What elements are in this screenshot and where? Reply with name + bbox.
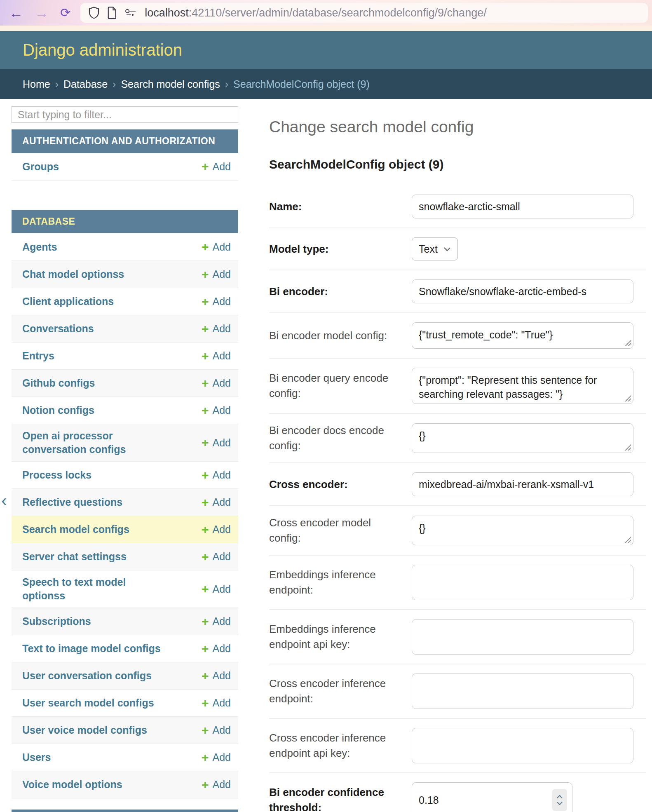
sidebar-row: Server chat settingss + Add: [12, 543, 238, 570]
plus-icon: +: [202, 160, 209, 173]
breadcrumb-link-database[interactable]: Database: [63, 78, 108, 90]
add-link-search-model-configs[interactable]: + Add: [202, 523, 231, 536]
sidebar-collapse-toggle[interactable]: ‹: [0, 491, 8, 509]
bi-encoder-model-config-input[interactable]: {"trust_remote_code": "True"}: [412, 322, 633, 349]
sidebar-item-github-configs[interactable]: Github configs: [22, 376, 95, 390]
sidebar-item-voice-model-options[interactable]: Voice model options: [22, 778, 122, 791]
add-link-users[interactable]: + Add: [202, 751, 231, 764]
add-link-text-to-image-model-configs[interactable]: + Add: [202, 643, 231, 655]
sidebar-item-server-chat-settingss[interactable]: Server chat settingss: [22, 550, 127, 563]
breadcrumb-link-search-model-configs[interactable]: Search model configs: [121, 78, 220, 90]
cross-encoder-inference-endpoint-api-key-input[interactable]: [412, 728, 633, 763]
cross-encoder-model-config-input[interactable]: {}: [412, 516, 633, 545]
browser-address-bar[interactable]: localhost:42110/server/admin/database/se…: [80, 3, 648, 23]
sidebar-item-entrys[interactable]: Entrys: [22, 349, 54, 363]
sidebar-item-conversations[interactable]: Conversations: [22, 322, 94, 336]
bi-encoder-confidence-threshold-input[interactable]: 0.18: [412, 782, 572, 812]
add-link-user-voice-model-configs[interactable]: + Add: [202, 724, 231, 737]
sidebar-item-groups[interactable]: Groups: [22, 160, 59, 174]
plus-icon: +: [202, 404, 209, 417]
resize-handle-icon[interactable]: [624, 536, 631, 543]
window-edge-strip: [0, 26, 652, 31]
add-link-github-configs[interactable]: + Add: [202, 377, 231, 390]
sidebar-row: Process locks + Add: [12, 461, 238, 488]
object-title: SearchModelConfig object (9): [269, 157, 646, 171]
embeddings-inference-endpoint-api-key-input[interactable]: [412, 619, 633, 655]
page-info-icon[interactable]: [107, 6, 117, 19]
model-type-select[interactable]: Text: [412, 237, 458, 260]
sidebar-section-caption[interactable]: AUTHENTICATION AND AUTHORIZATION: [12, 129, 238, 153]
sidebar-row: Voice model options + Add: [12, 771, 238, 798]
number-stepper[interactable]: [552, 789, 567, 811]
add-link-notion-configs[interactable]: + Add: [202, 404, 231, 417]
sidebar-item-reflective-questions[interactable]: Reflective questions: [22, 495, 122, 509]
field-label-cross-encoder-inference-endpoint-api-key: Cross encoder inference endpoint api key…: [269, 730, 405, 761]
cross-encoder-inference-endpoint-input[interactable]: [412, 674, 633, 709]
plus-icon: +: [202, 350, 209, 362]
breadcrumb-bar: Home›Database›Search model configs›Searc…: [0, 69, 652, 99]
site-permissions-icon[interactable]: [124, 8, 138, 18]
add-link-groups[interactable]: + Add: [202, 160, 231, 173]
breadcrumb-separator: ›: [113, 78, 116, 90]
add-link-chat-model-optionss[interactable]: + Add: [202, 268, 231, 281]
breadcrumb-link-home[interactable]: Home: [23, 78, 50, 90]
site-header: Django administration: [0, 31, 652, 69]
plus-icon: +: [202, 643, 209, 655]
sidebar-row: Search model configs + Add: [12, 516, 238, 543]
add-link-client-applications[interactable]: + Add: [202, 296, 231, 308]
add-link-speech-to-text-model-optionss[interactable]: + Add: [202, 583, 231, 595]
sidebar-item-user-conversation-configs[interactable]: User conversation configs: [22, 669, 152, 683]
bi-encoder-input[interactable]: Snowflake/snowflake-arctic-embed-s: [412, 279, 633, 303]
add-link-reflective-questions[interactable]: + Add: [202, 496, 231, 509]
sidebar-section-caption[interactable]: DATABASE: [12, 210, 238, 233]
resize-handle-icon[interactable]: [624, 444, 631, 451]
browser-forward-button[interactable]: →: [29, 6, 54, 20]
field-label-bi-encoder-docs-encode-config: Bi encoder docs encode config:: [269, 423, 405, 453]
add-link-process-locks[interactable]: + Add: [202, 469, 231, 481]
sidebar-item-user-search-model-configs[interactable]: User search model configs: [22, 696, 154, 710]
name-input[interactable]: snowflake-arctic-small: [412, 195, 633, 218]
sidebar-item-agents[interactable]: Agents: [22, 240, 57, 254]
browser-back-button[interactable]: ←: [3, 6, 29, 20]
add-link-voice-model-options[interactable]: + Add: [202, 779, 231, 791]
sidebar-item-notion-configs[interactable]: Notion configs: [22, 404, 94, 417]
site-title[interactable]: Django administration: [23, 41, 182, 59]
form-row: Bi encoder confidence threshold: 0.18: [269, 773, 646, 812]
bi-encoder-query-encode-config-input[interactable]: {"prompt": "Represent this sentence for …: [412, 368, 633, 404]
browser-refresh-button[interactable]: ⟳: [54, 7, 76, 19]
sidebar-section: DATABASE Agents + Add Chat model options…: [12, 210, 238, 812]
cross-encoder-input[interactable]: mixedbread-ai/mxbai-rerank-xsmall-v1: [412, 472, 633, 496]
sidebar-item-subscriptions[interactable]: Subscriptions: [22, 615, 91, 628]
sidebar-item-open-ai-processor-conversation-configs[interactable]: Open ai processor conversation configs: [22, 429, 171, 456]
add-link-user-search-model-configs[interactable]: + Add: [202, 697, 231, 709]
add-link-subscriptions[interactable]: + Add: [202, 615, 231, 628]
add-link-entrys[interactable]: + Add: [202, 350, 231, 362]
sidebar-item-users[interactable]: Users: [22, 751, 51, 764]
sidebar-item-chat-model-optionss[interactable]: Chat model optionss: [22, 268, 124, 281]
plus-icon: +: [202, 724, 209, 737]
add-link-agents[interactable]: + Add: [202, 241, 231, 253]
field-label-cross-encoder: Cross encoder:: [269, 477, 405, 492]
sidebar-item-user-voice-model-configs[interactable]: User voice model configs: [22, 723, 147, 737]
sidebar-item-text-to-image-model-configs[interactable]: Text to image model configs: [22, 642, 161, 655]
plus-icon: +: [202, 551, 209, 563]
sidebar-row: Speech to text model optionss + Add: [12, 570, 238, 608]
add-link-open-ai-processor-conversation-configs[interactable]: + Add: [202, 437, 231, 449]
sidebar-item-speech-to-text-model-optionss[interactable]: Speech to text model optionss: [22, 575, 171, 603]
sidebar-row: Open ai processor conversation configs +…: [12, 424, 238, 461]
sidebar-filter-input[interactable]: [12, 106, 238, 123]
add-link-conversations[interactable]: + Add: [202, 323, 231, 335]
embeddings-inference-endpoint-input[interactable]: [412, 565, 633, 600]
sidebar-row: Agents + Add: [12, 233, 238, 260]
bi-encoder-docs-encode-config-input[interactable]: {}: [412, 423, 633, 453]
add-link-server-chat-settingss[interactable]: + Add: [202, 551, 231, 563]
sidebar-row: Subscriptions + Add: [12, 608, 238, 635]
sidebar-item-process-locks[interactable]: Process locks: [22, 468, 91, 482]
plus-icon: +: [202, 523, 209, 536]
add-link-user-conversation-configs[interactable]: + Add: [202, 670, 231, 682]
shield-icon[interactable]: [88, 6, 100, 19]
field-label-bi-encoder: Bi encoder:: [269, 284, 405, 299]
sidebar-row: Reflective questions + Add: [12, 488, 238, 516]
sidebar-item-client-applications[interactable]: Client applications: [22, 295, 114, 308]
sidebar-item-search-model-configs[interactable]: Search model configs: [22, 523, 129, 536]
